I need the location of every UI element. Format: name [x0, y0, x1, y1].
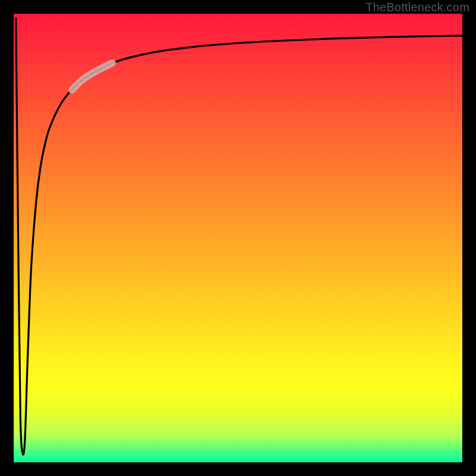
bottleneck-curve — [14, 14, 462, 462]
chart-frame: TheBottleneck.com — [0, 0, 476, 476]
watermark-text: TheBottleneck.com — [365, 1, 469, 14]
curve-highlight — [72, 63, 112, 90]
plot-area — [14, 14, 462, 462]
